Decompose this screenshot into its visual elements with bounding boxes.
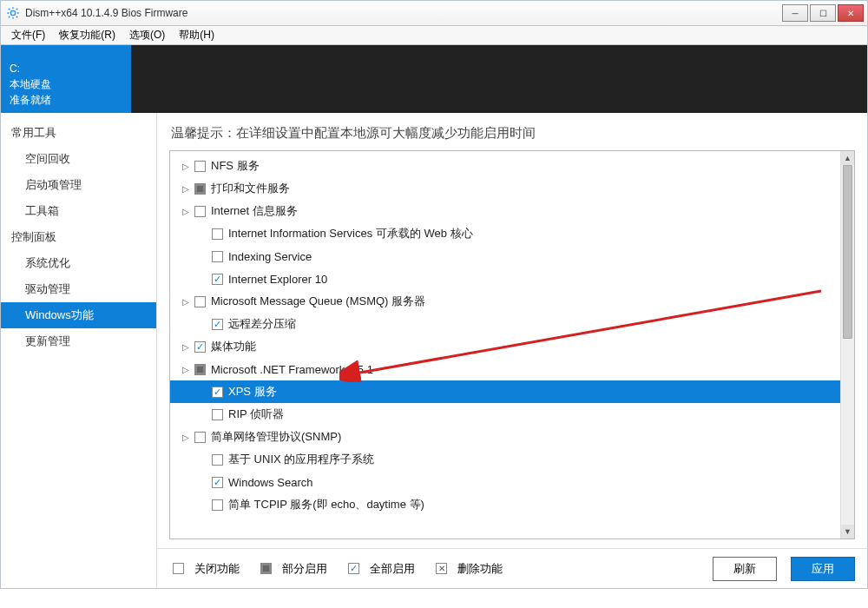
feature-node[interactable]: Indexing Service xyxy=(170,245,840,268)
app-icon xyxy=(6,6,20,20)
sidebar-item-0[interactable]: 空间回收 xyxy=(1,146,156,172)
sidebar: 常用工具空间回收启动项管理工具箱控制面板系统优化驱动管理Windows功能更新管… xyxy=(1,113,157,588)
feature-checkbox[interactable] xyxy=(194,206,206,217)
feature-node[interactable]: 基于 UNIX 的应用程序子系统 xyxy=(170,448,840,471)
scrollbar[interactable]: ▲ ▼ xyxy=(840,151,854,539)
maximize-button[interactable]: ☐ xyxy=(810,4,836,22)
feature-node[interactable]: Windows Search xyxy=(170,471,840,493)
feature-node[interactable]: RIP 侦听器 xyxy=(170,403,840,426)
menu-restore[interactable]: 恢复功能(R) xyxy=(52,26,122,44)
feature-tree-wrap: ▷NFS 服务▷打印和文件服务▷Internet 信息服务Internet In… xyxy=(169,150,855,539)
window-title: Dism++x64 10.1.4.9 Bios Firmware xyxy=(25,7,782,19)
feature-checkbox[interactable] xyxy=(212,454,223,466)
minimize-button[interactable]: ─ xyxy=(782,4,808,22)
drive-card[interactable]: C: 本地硬盘 准备就绪 xyxy=(1,45,131,113)
feature-checkbox[interactable] xyxy=(212,409,223,420)
feature-label: 打印和文件服务 xyxy=(211,181,290,196)
expand-icon[interactable]: ▷ xyxy=(181,297,191,307)
feature-node[interactable]: ▷打印和文件服务 xyxy=(170,177,840,200)
expand-icon[interactable]: ▷ xyxy=(181,162,191,171)
feature-checkbox[interactable] xyxy=(194,296,206,307)
feature-node[interactable]: 远程差分压缩 xyxy=(170,313,840,335)
feature-node[interactable]: Internet Information Services 可承载的 Web 核… xyxy=(170,222,840,245)
legend-off: 关闭功能 xyxy=(169,561,240,577)
feature-checkbox[interactable] xyxy=(212,477,223,488)
feature-node[interactable]: ▷Microsoft Message Queue (MSMQ) 服务器 xyxy=(170,290,840,313)
drive-type: 本地硬盘 xyxy=(10,76,122,92)
feature-checkbox[interactable] xyxy=(194,161,206,172)
content: 温馨提示：在详细设置中配置本地源可大幅度减少功能启用时间 ▷NFS 服务▷打印和… xyxy=(157,113,867,588)
svg-point-0 xyxy=(10,10,15,15)
feature-checkbox[interactable] xyxy=(212,228,223,240)
menu-file[interactable]: 文件(F) xyxy=(4,26,52,44)
feature-label: Windows Search xyxy=(228,476,313,489)
feature-checkbox[interactable] xyxy=(194,364,206,375)
feature-node[interactable]: ▷Internet 信息服务 xyxy=(170,200,840,222)
feature-node[interactable]: 简单 TCPIP 服务(即 echo、daytime 等) xyxy=(170,493,840,516)
drive-letter: C: xyxy=(10,61,122,76)
footer: 关闭功能 部分启用 全部启用 删除功能 刷新 应用 xyxy=(157,548,867,588)
sidebar-item-2[interactable]: 工具箱 xyxy=(1,198,156,224)
legend-on: 全部启用 xyxy=(345,561,415,577)
feature-checkbox[interactable] xyxy=(212,251,223,262)
feature-checkbox[interactable] xyxy=(194,341,206,353)
feature-checkbox[interactable] xyxy=(212,499,223,511)
menu-options[interactable]: 选项(O) xyxy=(122,26,172,44)
expand-icon[interactable]: ▷ xyxy=(181,365,191,374)
expand-icon[interactable]: ▷ xyxy=(181,433,191,442)
sidebar-header-panel: 控制面板 xyxy=(1,224,156,250)
feature-label: 基于 UNIX 的应用程序子系统 xyxy=(228,452,374,467)
tip-text: 温馨提示：在详细设置中配置本地源可大幅度减少功能启用时间 xyxy=(157,113,867,150)
feature-node[interactable]: XPS 服务 xyxy=(170,380,840,403)
sidebar-item-1[interactable]: 启动项管理 xyxy=(1,172,156,198)
feature-checkbox[interactable] xyxy=(212,387,223,398)
feature-label: XPS 服务 xyxy=(228,384,277,400)
apply-button[interactable]: 应用 xyxy=(791,557,855,581)
refresh-button[interactable]: 刷新 xyxy=(713,557,777,581)
legend-partial: 部分启用 xyxy=(257,561,327,577)
sidebar-item-panel-1[interactable]: 驱动管理 xyxy=(1,276,156,302)
feature-label: Internet Explorer 10 xyxy=(228,273,327,286)
scroll-down-icon[interactable]: ▼ xyxy=(841,525,854,539)
expand-icon[interactable]: ▷ xyxy=(181,342,191,352)
scroll-thumb[interactable] xyxy=(843,165,852,339)
drive-header: C: 本地硬盘 准备就绪 xyxy=(0,45,868,113)
feature-label: NFS 服务 xyxy=(211,158,260,174)
feature-label: 简单网络管理协议(SNMP) xyxy=(211,429,341,445)
feature-checkbox[interactable] xyxy=(194,432,206,443)
sidebar-item-panel-0[interactable]: 系统优化 xyxy=(1,250,156,276)
expand-icon[interactable]: ▷ xyxy=(181,184,191,194)
drive-status: 准备就绪 xyxy=(10,92,122,108)
feature-label: 媒体功能 xyxy=(211,339,256,354)
titlebar: Dism++x64 10.1.4.9 Bios Firmware ─ ☐ ✕ xyxy=(0,0,868,26)
menubar: 文件(F) 恢复功能(R) 选项(O) 帮助(H) xyxy=(0,26,868,45)
main-area: 常用工具空间回收启动项管理工具箱控制面板系统优化驱动管理Windows功能更新管… xyxy=(0,113,868,589)
expand-icon[interactable]: ▷ xyxy=(181,207,191,216)
scroll-up-icon[interactable]: ▲ xyxy=(841,151,854,165)
feature-checkbox[interactable] xyxy=(194,183,206,195)
feature-label: Internet 信息服务 xyxy=(211,203,298,219)
close-button[interactable]: ✕ xyxy=(838,4,864,22)
feature-tree[interactable]: ▷NFS 服务▷打印和文件服务▷Internet 信息服务Internet In… xyxy=(170,151,840,539)
feature-checkbox[interactable] xyxy=(212,319,223,330)
feature-label: Internet Information Services 可承载的 Web 核… xyxy=(228,226,473,241)
feature-node[interactable]: Internet Explorer 10 xyxy=(170,268,840,290)
feature-label: Indexing Service xyxy=(228,250,312,263)
legend-delete: 删除功能 xyxy=(432,561,503,577)
menu-help[interactable]: 帮助(H) xyxy=(172,26,221,44)
feature-node[interactable]: ▷简单网络管理协议(SNMP) xyxy=(170,426,840,448)
feature-node[interactable]: ▷Microsoft .NET Framework 3.5.1 xyxy=(170,358,840,380)
feature-label: 简单 TCPIP 服务(即 echo、daytime 等) xyxy=(228,497,424,512)
sidebar-header-tools: 常用工具 xyxy=(1,120,156,146)
feature-label: RIP 侦听器 xyxy=(228,406,284,422)
feature-checkbox[interactable] xyxy=(212,274,223,285)
feature-label: 远程差分压缩 xyxy=(228,316,296,332)
sidebar-item-panel-3[interactable]: 更新管理 xyxy=(1,328,156,354)
sidebar-item-panel-2[interactable]: Windows功能 xyxy=(1,302,156,328)
feature-node[interactable]: ▷NFS 服务 xyxy=(170,155,840,177)
feature-label: Microsoft .NET Framework 3.5.1 xyxy=(211,363,373,376)
feature-node[interactable]: ▷媒体功能 xyxy=(170,335,840,358)
feature-label: Microsoft Message Queue (MSMQ) 服务器 xyxy=(211,294,425,309)
